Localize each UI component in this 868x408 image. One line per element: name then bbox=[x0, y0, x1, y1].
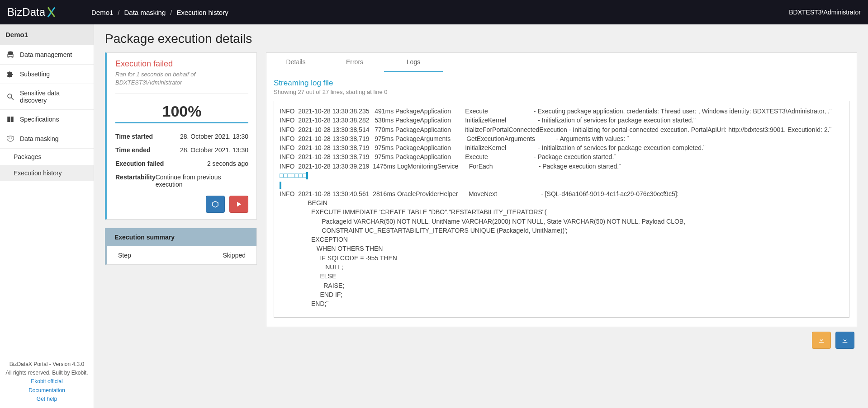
sidebar-item-data-management[interactable]: Data management bbox=[0, 45, 94, 65]
search-icon bbox=[6, 93, 14, 101]
status-row-key: Restartability bbox=[115, 174, 156, 188]
current-user[interactable]: BDXTEST3\Administrator bbox=[789, 9, 861, 16]
summary-header: Execution summary bbox=[107, 228, 256, 246]
breadcrumb-item[interactable]: Execution history bbox=[176, 9, 228, 16]
status-on-behalf: BDXTEST3\Administrator bbox=[115, 79, 248, 87]
status-ran-for: Ran for 1 seconds on behalf of bbox=[115, 70, 248, 79]
sidebar-footer: BizDataX Portal - Version 4.3.0 All righ… bbox=[0, 356, 94, 408]
main-content: Package execution details Execution fail… bbox=[94, 24, 868, 408]
progress-percent: 100% bbox=[115, 100, 248, 122]
logs-subtitle: Showing 27 out of 27 lines, starting at … bbox=[274, 89, 849, 95]
execution-status-panel: Execution failed Ran for 1 seconds on be… bbox=[105, 52, 257, 220]
book-icon bbox=[6, 115, 14, 123]
tab-details[interactable]: Details bbox=[266, 53, 325, 72]
page-title: Package execution details bbox=[105, 32, 857, 46]
breadcrumb-item[interactable]: Demo1 bbox=[91, 9, 113, 16]
sidebar-sub-execution-history[interactable]: Execution history bbox=[0, 165, 94, 181]
footer-link-ekobit[interactable]: Ekobit official bbox=[5, 377, 89, 386]
svg-point-4 bbox=[11, 137, 12, 138]
footer-link-get-help[interactable]: Get help bbox=[5, 395, 89, 403]
progress-bar bbox=[115, 122, 248, 123]
breadcrumb-sep: / bbox=[170, 9, 172, 16]
sidebar-item-specifications[interactable]: Specifications bbox=[0, 110, 94, 129]
svg-point-3 bbox=[9, 137, 9, 138]
status-row-key: Time ended bbox=[115, 146, 151, 154]
puzzle-icon bbox=[6, 70, 14, 78]
cube-icon bbox=[211, 200, 219, 208]
environment-name: Demo1 bbox=[0, 24, 94, 45]
status-row-key: Execution failed bbox=[115, 160, 164, 167]
tab-errors[interactable]: Errors bbox=[325, 53, 384, 72]
sidebar-sub-packages[interactable]: Packages bbox=[0, 149, 94, 165]
topbar: BizData Demo1 / Data masking / Execution… bbox=[0, 0, 868, 24]
sidebar-item-subsetting[interactable]: Subsetting bbox=[0, 65, 94, 84]
play-icon bbox=[235, 201, 242, 208]
summary-col-step: Step bbox=[118, 252, 131, 259]
logs-title: Streaming log file bbox=[274, 79, 849, 88]
sidebar: Demo1 Data management Subsetting Sensiti… bbox=[0, 24, 94, 408]
details-tabs: Details Errors Logs Streaming log file S… bbox=[266, 52, 857, 327]
status-title: Execution failed bbox=[115, 59, 248, 69]
version-text: BizDataX Portal - Version 4.3.0 bbox=[5, 360, 89, 369]
footer-link-documentation[interactable]: Documentation bbox=[5, 386, 89, 395]
svg-line-2 bbox=[11, 98, 14, 100]
download-partial-button[interactable] bbox=[812, 332, 831, 349]
logo-text: BizData bbox=[7, 6, 45, 19]
status-row-val: Continue from previous execution bbox=[156, 174, 248, 188]
tab-logs[interactable]: Logs bbox=[384, 53, 443, 72]
status-row-val: 28. October 2021. 13:30 bbox=[180, 133, 248, 140]
download-icon bbox=[841, 337, 849, 344]
download-icon bbox=[818, 337, 825, 344]
sidebar-item-label: Specifications bbox=[20, 116, 59, 123]
breadcrumb-sep: / bbox=[118, 9, 119, 16]
run-button[interactable] bbox=[229, 196, 248, 213]
breadcrumb-item[interactable]: Data masking bbox=[124, 9, 166, 16]
status-row-key: Time started bbox=[115, 133, 153, 140]
logo-x-icon bbox=[46, 7, 57, 18]
log-output[interactable]: INFO 2021-10-28 13:30:38,235 491ms Packa… bbox=[274, 101, 849, 318]
summary-col-skipped: Skipped bbox=[223, 252, 246, 259]
sidebar-item-data-masking[interactable]: Data masking bbox=[0, 129, 94, 149]
svg-point-1 bbox=[8, 94, 12, 98]
sidebar-item-label: Subsetting bbox=[20, 70, 50, 78]
execution-summary-panel: Execution summary Step Skipped bbox=[105, 228, 257, 265]
breadcrumb: Demo1 / Data masking / Execution history bbox=[91, 9, 228, 16]
package-button[interactable] bbox=[206, 196, 225, 213]
copyright-text: All rights reserved. Built by Ekobit. bbox=[5, 369, 89, 377]
status-row-val: 2 seconds ago bbox=[207, 160, 248, 167]
status-row-val: 28. October 2021. 13:30 bbox=[180, 146, 248, 154]
sidebar-item-label: Data masking bbox=[20, 135, 59, 142]
sidebar-item-sensitive-data-discovery[interactable]: Sensitive data discovery bbox=[0, 84, 94, 110]
database-icon bbox=[6, 51, 14, 59]
mask-icon bbox=[6, 135, 14, 143]
download-full-button[interactable] bbox=[835, 332, 854, 349]
logo[interactable]: BizData bbox=[7, 6, 91, 19]
sidebar-item-label: Data management bbox=[20, 51, 72, 58]
sidebar-item-label: Sensitive data discovery bbox=[20, 89, 87, 104]
